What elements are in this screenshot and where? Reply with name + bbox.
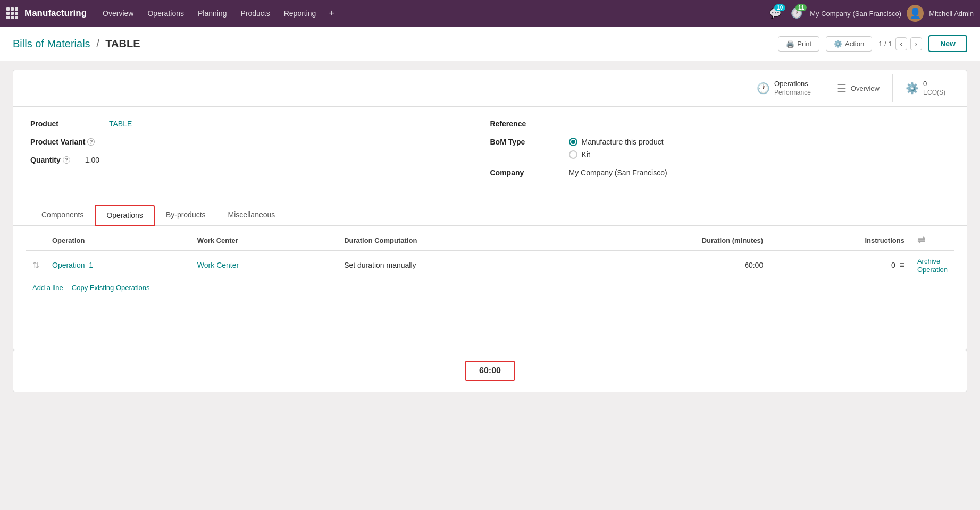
tab-byproducts[interactable]: By-products: [155, 205, 217, 226]
overview-label: Overview: [851, 84, 880, 92]
col-operation: Operation: [46, 230, 191, 251]
col-instructions: Instructions: [769, 230, 911, 251]
breadcrumb-separator: /: [96, 38, 99, 49]
ops-perf-main-label: Operations: [774, 80, 811, 89]
operations-table-section: Operation Work Center Duration Computati…: [13, 230, 967, 304]
pager-count: 1 / 1: [878, 40, 892, 48]
gear-icon: ⚙️: [834, 40, 842, 48]
instructions-list-icon[interactable]: ≡: [900, 260, 904, 269]
bom-type-option-manufacture[interactable]: Manufacture this product: [569, 138, 664, 146]
bom-type-kit-label: Kit: [582, 150, 590, 159]
archive-operation-link[interactable]: Archive Operation: [917, 257, 948, 274]
main-content: 🕐 Operations Performance ☰ Overview ⚙️ 0…: [0, 61, 980, 401]
table-header: Operation Work Center Duration Computati…: [26, 230, 954, 251]
footer-card: 60:00: [13, 350, 967, 392]
chat-badge: 10: [774, 4, 785, 11]
company-label: Company: [490, 168, 565, 177]
radio-kit[interactable]: [569, 150, 577, 159]
add-line-link[interactable]: Add a line: [32, 284, 63, 292]
ops-performance-button[interactable]: 🕐 Operations Performance: [744, 74, 824, 102]
operation-cell[interactable]: Operation_1: [46, 251, 191, 279]
tab-miscellaneous[interactable]: Miscellaneous: [217, 205, 287, 226]
overview-button[interactable]: ☰ Overview: [824, 74, 893, 102]
form-left-column: Product TABLE Product Variant ? Quantity…: [30, 120, 490, 164]
copy-existing-link[interactable]: Copy Existing Operations: [72, 284, 150, 292]
company-selector[interactable]: My Company (San Francisco): [810, 10, 901, 18]
form-card: 🕐 Operations Performance ☰ Overview ⚙️ 0…: [13, 70, 967, 350]
nav-add-button[interactable]: +: [323, 5, 340, 22]
tab-operations[interactable]: Operations: [95, 205, 154, 226]
bom-type-options: Manufacture this product Kit: [569, 138, 664, 159]
breadcrumb-current: TABLE: [105, 38, 140, 49]
tabs-row: Components Operations By-products Miscel…: [13, 205, 967, 226]
secondary-header: Bills of Materials / TABLE 🖨️ Print ⚙️ A…: [0, 27, 980, 61]
pager-prev[interactable]: ‹: [895, 37, 907, 50]
product-field: Product TABLE: [30, 120, 490, 128]
col-duration-computation: Duration Computation: [338, 230, 569, 251]
instructions-count: 0: [891, 261, 895, 269]
form-divider: [13, 343, 967, 343]
duration-minutes-cell: 60:00: [569, 251, 769, 279]
product-variant-field: Product Variant ?: [30, 138, 490, 146]
form-right-column: Reference BoM Type Manufacture this prod…: [490, 120, 950, 177]
form-spacer: [13, 304, 967, 336]
work-center-cell[interactable]: Work Center: [191, 251, 338, 279]
quantity-field: Quantity ? 1.00: [30, 156, 490, 164]
table-body: ⇅ Operation_1 Work Center Set duration m…: [26, 251, 954, 279]
total-duration-badge: 60:00: [465, 361, 515, 381]
top-navigation: Manufacturing Overview Operations Planni…: [0, 0, 980, 27]
nav-menu: Overview Operations Planning Products Re…: [96, 5, 765, 22]
action-label: Action: [845, 40, 864, 48]
nav-item-planning[interactable]: Planning: [191, 6, 233, 21]
bom-type-manufacture-label: Manufacture this product: [582, 138, 664, 146]
activity-badge: 11: [795, 4, 807, 11]
radio-manufacture[interactable]: [569, 138, 577, 146]
ops-perf-sub-label: Performance: [774, 89, 811, 97]
bom-type-option-kit[interactable]: Kit: [569, 150, 664, 159]
action-button[interactable]: ⚙️ Action: [826, 36, 872, 52]
print-label: Print: [797, 40, 811, 48]
app-grid-icon[interactable]: [6, 7, 18, 19]
bom-type-field: BoM Type Manufacture this product Kit: [490, 138, 950, 159]
product-value[interactable]: TABLE: [109, 120, 132, 128]
eco-label: ECO(S): [923, 89, 945, 97]
nav-item-products[interactable]: Products: [234, 6, 276, 21]
user-avatar[interactable]: 👤: [907, 5, 924, 22]
tab-components[interactable]: Components: [30, 205, 95, 226]
col-duration-minutes: Duration (minutes): [569, 230, 769, 251]
bom-type-label: BoM Type: [490, 138, 565, 146]
quantity-label: Quantity: [30, 156, 61, 164]
company-field: Company My Company (San Francisco): [490, 168, 950, 177]
drag-handle-icon[interactable]: ⇅: [32, 261, 39, 270]
clock-icon: 🕐: [757, 82, 770, 95]
quantity-help-icon[interactable]: ?: [63, 156, 70, 164]
nav-item-operations[interactable]: Operations: [141, 6, 190, 21]
topnav-right: 💬 10 🕐 11 My Company (San Francisco) 👤 M…: [767, 5, 974, 22]
list-icon: ☰: [837, 82, 847, 95]
printer-icon: 🖨️: [786, 40, 794, 48]
print-button[interactable]: 🖨️ Print: [778, 36, 819, 52]
product-variant-label: Product Variant: [30, 138, 85, 146]
drag-handle-cell: ⇅: [26, 251, 46, 279]
operation-value: Operation_1: [52, 261, 93, 269]
eco-button[interactable]: ⚙️ 0 ECO(S): [893, 74, 958, 102]
new-button[interactable]: New: [928, 35, 967, 52]
pager-next[interactable]: ›: [910, 37, 922, 50]
nav-item-reporting[interactable]: Reporting: [278, 6, 323, 21]
quantity-value[interactable]: 1.00: [85, 156, 99, 164]
eco-count: 0: [923, 80, 945, 89]
record-pager: 1 / 1 ‹ ›: [878, 37, 922, 50]
product-variant-help-icon[interactable]: ?: [87, 138, 95, 146]
app-brand[interactable]: Manufacturing: [24, 8, 87, 19]
reference-field: Reference: [490, 120, 950, 128]
header-actions: 🖨️ Print ⚙️ Action 1 / 1 ‹ › New: [778, 35, 967, 52]
table-settings-icon[interactable]: ⇌: [917, 235, 925, 245]
col-drag: [26, 230, 46, 251]
form-body: Product TABLE Product Variant ? Quantity…: [13, 107, 967, 200]
nav-item-overview[interactable]: Overview: [96, 6, 140, 21]
activity-button[interactable]: 🕐 11: [789, 5, 805, 21]
company-value[interactable]: My Company (San Francisco): [569, 168, 667, 177]
username-label[interactable]: Mitchell Admin: [929, 10, 974, 18]
chat-button[interactable]: 💬 10: [767, 5, 783, 21]
breadcrumb-link[interactable]: Bills of Materials: [13, 38, 90, 49]
